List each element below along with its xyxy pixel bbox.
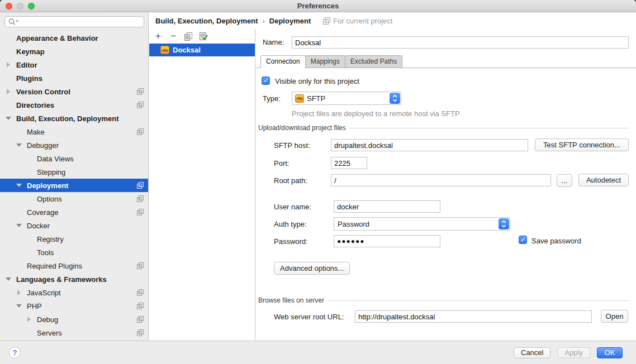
cancel-button[interactable]: Cancel <box>514 347 550 358</box>
sidebar-item-label: Options <box>37 195 62 203</box>
web-root-input[interactable] <box>355 310 592 323</box>
browse-root-path-button[interactable]: ... <box>557 174 572 187</box>
tab-excluded-paths[interactable]: Excluded Paths <box>345 55 402 68</box>
deployment-form: Name: Connection Mappings Excluded Paths… <box>256 29 636 341</box>
sidebar-item-build-execution-deployment[interactable]: Build, Execution, Deployment <box>0 112 148 125</box>
user-name-input[interactable] <box>334 200 440 213</box>
name-input[interactable] <box>292 36 629 49</box>
sidebar-item-label: Keymap <box>16 47 45 56</box>
chevron-right-icon[interactable] <box>4 88 12 95</box>
visible-only-label: Visible only for this project <box>275 77 359 85</box>
close-window-icon[interactable] <box>6 3 12 9</box>
copy-icon <box>184 32 192 41</box>
chevron-down-icon[interactable] <box>4 114 12 122</box>
server-name-label: Docksal <box>173 46 201 54</box>
auth-type-value: Password <box>338 220 369 228</box>
upload-section-title: Upload/download project files <box>258 124 346 132</box>
sidebar-item-options[interactable]: Options <box>0 192 148 205</box>
sidebar-item-tools[interactable]: Tools <box>0 246 148 259</box>
password-input[interactable] <box>334 235 440 247</box>
password-label: Password: <box>274 237 308 246</box>
current-project-badge-icon <box>137 128 144 135</box>
help-icon[interactable]: ? <box>9 347 21 358</box>
root-path-input[interactable] <box>331 174 551 186</box>
use-as-default-button[interactable] <box>198 31 208 41</box>
current-project-badge-icon <box>137 303 144 309</box>
type-select[interactable]: sftp SFTP <box>292 92 401 105</box>
sidebar-item-make[interactable]: Make <box>0 125 148 138</box>
name-label: Name: <box>263 38 284 46</box>
sidebar-item-docker[interactable]: Docker <box>0 219 148 232</box>
upload-section-header: Upload/download project files <box>258 124 629 132</box>
current-project-badge-icon <box>137 88 144 95</box>
auth-type-select[interactable]: Password <box>334 217 510 231</box>
server-list: sftp Docksal <box>149 44 255 56</box>
type-hint: Project files are deployed to a remote h… <box>292 109 460 118</box>
sidebar-item-stepping[interactable]: Stepping <box>0 165 148 179</box>
sidebar-item-coverage[interactable]: Coverage <box>0 205 148 219</box>
sidebar-item-servers[interactable]: Servers <box>0 326 148 339</box>
copy-server-button[interactable] <box>183 31 193 41</box>
chevron-down-icon[interactable] <box>15 181 23 189</box>
breadcrumb-page[interactable]: Deployment <box>269 17 311 25</box>
test-sftp-connection-button[interactable]: Test SFTP connection... <box>535 138 629 151</box>
remove-server-button[interactable]: − <box>168 31 178 41</box>
add-server-button[interactable]: + <box>153 31 163 41</box>
sidebar-item-data-views[interactable]: Data Views <box>0 152 148 165</box>
sftp-icon: sftp <box>160 46 169 54</box>
open-url-button[interactable]: Open <box>601 310 628 323</box>
title-bar: Preferences <box>0 0 636 12</box>
autodetect-button[interactable]: Autodetect <box>578 174 629 186</box>
server-toolbar: + − <box>149 29 255 44</box>
sidebar-item-php[interactable]: PHP <box>0 299 148 313</box>
sidebar-item-keymap[interactable]: Keymap <box>0 45 148 58</box>
browse-section-title: Browse files on server <box>258 296 324 304</box>
sidebar-item-editor[interactable]: Editor <box>0 58 148 71</box>
sidebar-item-required-plugins[interactable]: Required Plugins <box>0 259 148 272</box>
settings-sidebar: Appearance & Behavior Keymap Editor <box>0 12 149 341</box>
breadcrumb-section[interactable]: Build, Execution, Deployment <box>155 17 258 25</box>
tab-mappings[interactable]: Mappings <box>305 55 345 68</box>
chevron-right-icon[interactable] <box>25 315 33 323</box>
server-list-item-docksal[interactable]: sftp Docksal <box>149 44 255 56</box>
sidebar-item-label: Plugins <box>16 74 42 83</box>
sidebar-item-version-control[interactable]: Version Control <box>0 85 148 98</box>
sidebar-item-debug[interactable]: Debug <box>0 313 148 326</box>
sidebar-item-registry[interactable]: Registry <box>0 232 148 246</box>
zoom-window-icon[interactable] <box>28 3 35 9</box>
save-password-checkbox[interactable] <box>519 236 527 244</box>
search-input[interactable] <box>19 17 144 26</box>
chevron-down-icon[interactable] <box>15 222 23 229</box>
apply-button[interactable]: Apply <box>557 347 590 358</box>
sidebar-item-plugins[interactable]: Plugins <box>0 71 148 85</box>
chevron-down-icon[interactable] <box>4 275 12 283</box>
port-input[interactable] <box>331 157 367 169</box>
settings-tree: Appearance & Behavior Keymap Editor <box>0 31 148 339</box>
sftp-icon: sftp <box>295 94 304 103</box>
settings-search-field[interactable] <box>4 16 144 27</box>
sidebar-item-label: Languages & Frameworks <box>16 275 107 284</box>
sidebar-item-label: Deployment <box>27 181 68 190</box>
tab-connection[interactable]: Connection <box>260 55 306 68</box>
chevron-right-icon[interactable] <box>15 289 23 296</box>
chevron-down-icon[interactable] <box>15 302 23 310</box>
tree-arrow-icon <box>4 47 12 55</box>
minimize-window-icon <box>17 3 23 9</box>
sidebar-item-appearance-behavior[interactable]: Appearance & Behavior <box>0 31 148 45</box>
sidebar-item-directories[interactable]: Directories <box>0 98 148 112</box>
advanced-options-button[interactable]: Advanced options... <box>274 262 350 275</box>
sidebar-item-debugger[interactable]: Debugger <box>0 138 148 152</box>
chevron-down-icon[interactable] <box>15 141 23 149</box>
sidebar-item-label: Data Views <box>37 155 74 163</box>
visible-only-checkbox[interactable] <box>262 76 270 85</box>
sidebar-item-deployment[interactable]: Deployment <box>0 179 148 192</box>
type-value: SFTP <box>307 94 325 103</box>
sidebar-item-languages-frameworks[interactable]: Languages & Frameworks <box>0 272 148 286</box>
sftp-host-input[interactable] <box>331 139 528 151</box>
chevron-right-icon[interactable] <box>4 61 12 69</box>
sidebar-item-javascript[interactable]: JavaScript <box>0 286 148 299</box>
combo-spinner-icon <box>390 93 400 104</box>
ok-button[interactable]: OK <box>597 347 623 358</box>
sidebar-item-label: PHP <box>27 302 42 310</box>
tree-arrow-icon <box>25 329 33 337</box>
